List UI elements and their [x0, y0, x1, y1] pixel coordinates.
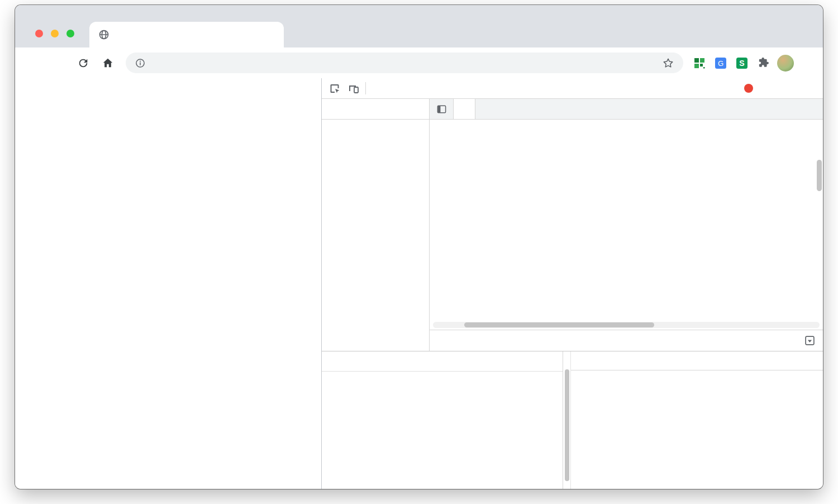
debugger-pane: [322, 351, 563, 489]
home-button[interactable]: [97, 53, 119, 73]
code-lines: [430, 120, 823, 330]
page-info-icon[interactable]: [135, 58, 146, 69]
toolbar-divider: [365, 82, 366, 94]
bookmark-star-icon[interactable]: [662, 57, 674, 69]
devtools-toolbar: [322, 78, 823, 99]
editor-status-bar: [430, 330, 823, 351]
window-titlebar: [15, 5, 823, 47]
code-editor[interactable]: [430, 120, 823, 330]
reload-button[interactable]: [72, 53, 94, 73]
traffic-lights: [35, 30, 74, 37]
device-toolbar-icon[interactable]: [344, 78, 363, 98]
vertical-scrollbar-thumb[interactable]: [817, 160, 822, 191]
debugger-drawer: [322, 351, 823, 489]
svg-text:S: S: [739, 59, 744, 68]
profile-avatar[interactable]: [777, 55, 794, 72]
page-content: [15, 78, 321, 489]
vertical-scrollbar[interactable]: [817, 124, 822, 318]
new-tab-button[interactable]: [293, 26, 311, 44]
content-area: [15, 78, 823, 489]
minimize-window-button[interactable]: [51, 30, 59, 37]
debugger-toolbar: [322, 351, 563, 372]
extensions-puzzle-icon[interactable]: [754, 54, 773, 73]
forward-button[interactable]: [47, 53, 70, 73]
error-icon: [744, 84, 753, 93]
svg-text:G: G: [718, 59, 723, 67]
extension-grid-icon[interactable]: [690, 54, 709, 73]
address-bar[interactable]: [126, 53, 683, 73]
file-tree: [322, 120, 429, 124]
editor-pane: [430, 99, 823, 351]
browser-tab[interactable]: [89, 22, 284, 47]
more-panels-button[interactable]: [368, 78, 387, 98]
browser-toolbar: G S: [15, 47, 823, 78]
browser-menu-button[interactable]: [798, 53, 815, 73]
toggle-navigator-icon[interactable]: [430, 99, 453, 119]
scope-message: [571, 370, 823, 489]
debugger-scrollbar[interactable]: [563, 351, 571, 489]
sources-main: [322, 99, 823, 351]
fullscreen-window-button[interactable]: [66, 30, 74, 37]
extension-translate-icon[interactable]: G: [711, 54, 730, 73]
horizontal-scrollbar[interactable]: [433, 322, 820, 328]
globe-favicon-icon: [98, 29, 109, 40]
editor-tab-bar: [430, 99, 823, 120]
expand-panel-icon[interactable]: [804, 335, 815, 346]
close-window-button[interactable]: [35, 30, 43, 37]
console-error-badge[interactable]: [741, 84, 759, 93]
editor-tab-index[interactable]: [453, 99, 475, 119]
extension-s-icon[interactable]: S: [732, 54, 751, 73]
horizontal-scrollbar-thumb[interactable]: [464, 322, 654, 327]
devtools-toolbar-right: [741, 78, 820, 98]
scope-watch-pane: [571, 351, 823, 489]
navigator-header: [322, 99, 429, 120]
browser-window: G S: [15, 5, 823, 489]
debugger-scrollbar-thumb[interactable]: [565, 369, 569, 481]
sources-navigator: [322, 99, 430, 351]
back-button[interactable]: [23, 53, 45, 73]
inspect-element-icon[interactable]: [325, 78, 344, 98]
devtools-panel: [321, 78, 823, 489]
sidebar-tab-strip: [571, 351, 823, 370]
